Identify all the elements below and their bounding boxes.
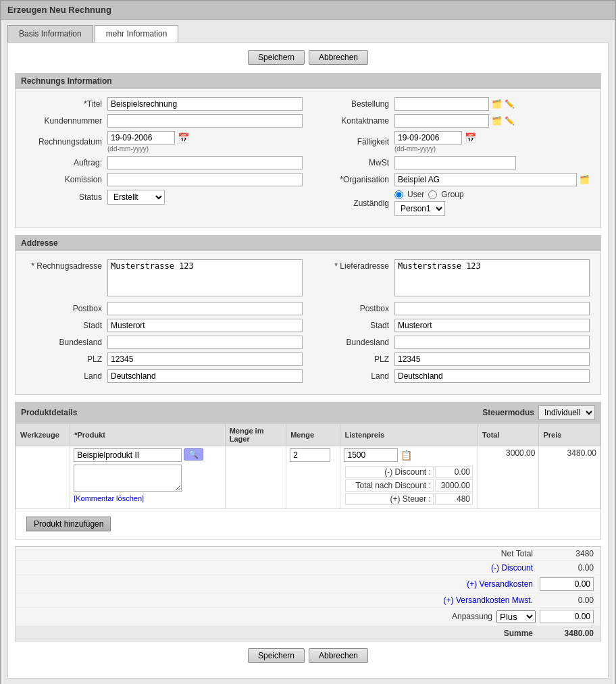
total-cell: 3000.00 (478, 446, 539, 509)
bestellung-edit-icon[interactable]: ✏️ (505, 99, 515, 109)
th-total: Total (478, 424, 539, 446)
produkt-name-input[interactable] (74, 448, 182, 462)
bundesland-left-input[interactable] (107, 336, 303, 349)
net-total-row: Net Total 3480 (16, 547, 600, 561)
werkzeuge-cell (16, 446, 70, 509)
radio-user-label: User (407, 190, 424, 199)
stadt-left-input[interactable] (107, 319, 303, 332)
faelligkeit-calendar-icon[interactable]: 📅 (465, 132, 476, 143)
th-preis: Preis (539, 424, 600, 446)
main-window: Erzeugen Neu Rechnung Basis Information … (0, 0, 616, 684)
rechnungsadresse-label: * Rechnugsadresse (26, 259, 107, 271)
rechnungsadresse-row: * Rechnugsadresse Musterstrasse 123 (26, 259, 303, 298)
menge-input[interactable] (290, 448, 330, 462)
land-right-row: Land (313, 369, 590, 383)
discount-total-label[interactable]: (-) Discount (405, 563, 540, 573)
bundesland-right-input[interactable] (394, 336, 590, 349)
add-product-button[interactable]: Produkt hinzufügen (26, 517, 111, 531)
steuer-value: 480 (435, 493, 473, 505)
versandkosten-row: (+) Versandkosten (16, 575, 600, 594)
postbox-left-input[interactable] (107, 302, 303, 315)
plz-right-input[interactable] (394, 352, 590, 366)
land-left-input[interactable] (107, 369, 303, 383)
radio-user[interactable] (394, 190, 403, 199)
rechnungs-body: *Titel Kundennummer (16, 89, 600, 228)
bestellung-folder-icon[interactable]: 🗂️ (492, 99, 502, 109)
organisation-input-wrap: 🗂️ (394, 173, 590, 186)
zustandig-select[interactable]: Person1 Person2 (394, 201, 445, 216)
rechnungsdatum-calendar-icon[interactable]: 📅 (178, 132, 189, 143)
lieferadresse-textarea[interactable]: Musterstrasse 123 (394, 259, 590, 296)
land-left-label: Land (26, 371, 107, 381)
versandkosten-input[interactable] (540, 577, 594, 591)
anpassung-select[interactable]: Plus Minus (496, 610, 536, 623)
land-left-input-wrap (107, 369, 303, 383)
status-label: Status (26, 192, 107, 202)
titel-input-wrap (107, 97, 303, 111)
plz-left-row: PLZ (26, 352, 303, 366)
kontaktname-folder-icon[interactable]: 🗂️ (492, 116, 502, 126)
rechnungsdatum-date-field: 📅 (107, 131, 303, 144)
listenpreis-cell: 📋 (-) Discount : 0.00 Total nach Discoun… (340, 446, 478, 509)
plz-left-input[interactable] (107, 352, 303, 366)
auftrag-label: Auftrag: (26, 158, 107, 167)
rechnungs-right: Bestellung 🗂️ ✏️ Kontaktname (308, 95, 595, 222)
anpassung-input[interactable] (540, 610, 594, 623)
produkt-cell: 🔍 [Kommentar löschen] (70, 446, 226, 509)
tab-bar: Basis Information mehr Information (1, 20, 615, 43)
mwst-input[interactable] (394, 156, 516, 169)
summe-label: Summe (405, 629, 540, 638)
anpassung-label: Anpassung (452, 612, 492, 621)
bestellung-input[interactable] (394, 97, 489, 111)
save-button-bottom[interactable]: Speichern (248, 648, 305, 663)
total-nach-discount-label: Total nach Discount : (345, 479, 433, 492)
versandkosten-mwst-row: (+) Versandkosten Mwst. 0.00 (16, 594, 600, 608)
cancel-button-bottom[interactable]: Abbrechen (309, 648, 368, 663)
kundennummer-input[interactable] (107, 114, 303, 128)
versandkosten-mwst-label[interactable]: (+) Versandkosten Mwst. (405, 596, 540, 605)
radio-group[interactable] (428, 190, 437, 199)
produkt-search-button[interactable]: 🔍 (184, 448, 203, 461)
stadt-right-label: Stadt (313, 321, 394, 330)
kontaktname-input[interactable] (394, 114, 489, 128)
addresse-header: Addresse (16, 236, 600, 251)
organisation-input[interactable] (394, 173, 577, 186)
kontaktname-edit-icon[interactable]: ✏️ (505, 116, 515, 126)
kommentar-loeschen-link[interactable]: [Kommentar löschen] (74, 494, 144, 502)
land-right-input[interactable] (394, 369, 590, 383)
faelligkeit-input[interactable] (394, 131, 462, 144)
auftrag-input-wrap (107, 156, 303, 169)
faelligkeit-date-field: 📅 (394, 131, 590, 144)
komission-input-wrap (107, 173, 303, 186)
kundennummer-label: Kundennummer (26, 116, 107, 126)
versandkosten-label[interactable]: (+) Versandkosten (405, 579, 540, 589)
cancel-button-top[interactable]: Abbrechen (309, 50, 368, 65)
rechnungsadresse-textarea[interactable]: Musterstrasse 123 (107, 259, 303, 296)
status-row: Status Erstellt Versendet Bezahlt (26, 190, 303, 205)
kundennummer-row: Kundennummer (26, 114, 303, 128)
auftrag-input[interactable] (107, 156, 303, 169)
status-select[interactable]: Erstellt Versendet Bezahlt (107, 190, 165, 205)
listenpreis-icon[interactable]: 📋 (401, 450, 412, 461)
postbox-right-input[interactable] (394, 302, 590, 315)
organisation-folder-icon[interactable]: 🗂️ (580, 175, 590, 184)
faelligkeit-label: Fälligkeit (313, 137, 394, 147)
tab-mehr[interactable]: mehr Information (95, 25, 179, 43)
preis-cell: 3480.00 (539, 446, 600, 509)
kommentar-textarea[interactable] (74, 465, 182, 492)
listenpreis-input[interactable] (344, 448, 398, 462)
komission-input[interactable] (107, 173, 303, 186)
save-button-top[interactable]: Speichern (248, 50, 305, 65)
rechnungsdatum-input[interactable] (107, 131, 175, 144)
titel-input[interactable] (107, 97, 303, 111)
plz-right-input-wrap (394, 352, 590, 366)
land-right-label: Land (313, 371, 394, 381)
discount-total-row: (-) Discount 0.00 (16, 561, 600, 575)
zustandig-row: Zuständig User Group (313, 190, 590, 216)
steuer-row: (+) Steuer : 480 (345, 493, 473, 505)
tab-basis[interactable]: Basis Information (7, 25, 93, 43)
steuer-label: (+) Steuer : (345, 493, 433, 505)
th-listenpreis: Listenpreis (340, 424, 478, 446)
steuermodus-select[interactable]: Individuell Pauschal (538, 405, 595, 420)
stadt-right-input[interactable] (394, 319, 590, 332)
